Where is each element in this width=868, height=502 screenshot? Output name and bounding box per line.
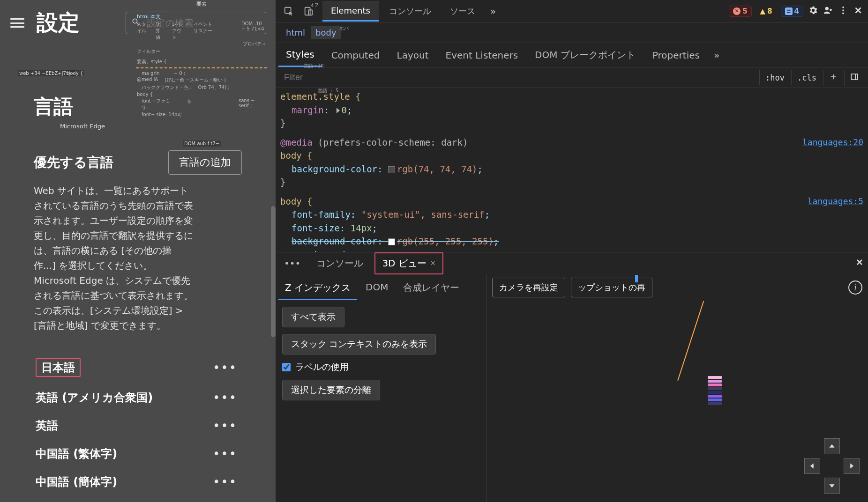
snapshot-button[interactable]: ップショットの再 (571, 278, 652, 297)
info-icon[interactable]: i (848, 281, 862, 295)
pan-right-button[interactable] (844, 458, 860, 474)
isolate-button[interactable]: 選択した要素の分離 (282, 380, 380, 400)
cls-toggle[interactable]: .cls (791, 70, 822, 85)
tab-elements[interactable]: Elements (322, 1, 379, 22)
drawer-tab-3dview[interactable]: 3D ビュー ✕ (374, 252, 443, 274)
source-link[interactable]: languages:5 (808, 195, 863, 207)
tab-sources[interactable]: ソース (441, 1, 484, 22)
kebab-icon[interactable]: ••• (210, 361, 240, 375)
drawer-more-icon[interactable]: ••• (279, 258, 305, 269)
warning-badge[interactable]: ▲ 8 (756, 6, 776, 16)
subtab-layout[interactable]: Layout (389, 44, 436, 66)
drawer-controls: すべて表示 スタック コンテキストのみを表示 ラベルの使用 選択した要素の分離 (276, 300, 486, 400)
devtools-main-tabs: Elements コンソール ソース » (322, 1, 501, 22)
drawer-tabs: ••• コンソール 3D ビュー ✕ (276, 252, 868, 274)
gear-icon[interactable] (808, 5, 818, 17)
kebab-icon[interactable]: ••• (210, 391, 240, 405)
issues-badge[interactable]: ☰4 (781, 6, 803, 17)
drawer-subtab-zindex[interactable]: Z インデックス (278, 277, 357, 300)
drawer-body: Z インデックス DOM 合成レイヤー すべて表示 スタック コンテキストのみを… (276, 274, 868, 502)
devtools-right-tools: ✕5 ▲ 8 ☰4 (729, 5, 863, 17)
inspect-icon[interactable] (280, 3, 297, 20)
device-toggle-icon[interactable]: オフ (300, 3, 317, 20)
rule-body[interactable]: languages:5 body { font-family: "system-… (280, 195, 863, 252)
drawer-right: カメラを再設定 ップショットの再 i (486, 274, 868, 502)
stack-context-button[interactable]: スタック コンテキストのみを表示 (282, 334, 436, 354)
drawer-close-icon[interactable] (855, 258, 864, 269)
settings-search-wrap (126, 12, 266, 34)
new-rule-icon[interactable] (823, 70, 843, 86)
subtab-properties[interactable]: Properties (645, 44, 707, 66)
rule-element-style[interactable]: element.style { margin: 0; } (280, 90, 863, 130)
subtabs-overflow-icon[interactable]: » (709, 50, 724, 61)
account-icon[interactable] (823, 5, 833, 17)
subtab-computed[interactable]: Computed (324, 44, 388, 66)
svg-point-6 (842, 9, 844, 11)
crumb-html[interactable]: html (281, 26, 310, 39)
use-labels-checkbox[interactable] (282, 363, 291, 371)
search-icon (131, 17, 141, 29)
language-label: 英語 (アメリカ合衆国) (36, 390, 153, 405)
language-label: 中国語 (繁体字) (36, 446, 117, 461)
kebab-icon[interactable]: ••• (210, 475, 240, 489)
sidebar-toggle-icon[interactable] (844, 70, 864, 86)
svg-point-5 (842, 6, 844, 8)
kebab-icon[interactable]: ••• (210, 447, 240, 461)
language-label: 中国語 (簡体字) (36, 474, 117, 489)
drawer-tab-label: 3D ビュー (382, 257, 426, 270)
rule-media-body[interactable]: languages:20 @media (prefers-color-schem… (280, 136, 863, 189)
list-item[interactable]: 中国語 (繁体字) ••• (34, 440, 242, 468)
tab-console[interactable]: コンソール (381, 1, 440, 22)
tabs-overflow-icon[interactable]: » (486, 6, 501, 17)
svg-rect-1 (305, 7, 310, 15)
devtools-topbar: オフ Elements コンソール ソース » ✕5 ▲ 8 ☰4 (276, 0, 868, 22)
hov-toggle[interactable]: :hov (759, 70, 790, 85)
kebab-icon[interactable] (838, 5, 848, 17)
menu-icon[interactable] (9, 16, 25, 30)
styles-filter-input[interactable] (279, 70, 758, 85)
subtab-dombp[interactable]: DOM ブレークポイント (527, 43, 643, 67)
close-icon[interactable]: ✕ (430, 259, 436, 267)
drawer-subtab-dom[interactable]: DOM (359, 277, 395, 300)
label-row[interactable]: ラベルの使用 (282, 361, 479, 373)
language-list: 日本語 ••• 英語 (アメリカ合衆国) ••• 英語 ••• 中国語 (繁体字… (34, 352, 242, 496)
source-link[interactable]: languages:20 (802, 136, 863, 148)
app-root: 設定 要素 html 本文 スタイル計算値レイアウトイベントリスナーDOM -1… (0, 0, 868, 502)
add-language-button[interactable]: 言語の追加 (168, 150, 242, 175)
drawer-tab-console[interactable]: コンソール (310, 253, 370, 273)
crumb-note: ホバ (339, 25, 349, 32)
language-label: 英語 (36, 418, 58, 433)
nav-pad (804, 438, 860, 494)
checkbox-label: ラベルの使用 (295, 361, 349, 373)
list-item[interactable]: 中国語 (簡体字) ••• (34, 468, 242, 496)
settings-pane: 設定 要素 html 本文 スタイル計算値レイアウトイベントリスナーDOM -1… (0, 0, 276, 502)
pan-down-button[interactable] (824, 478, 840, 494)
language-sub: Microsoft Edge (60, 123, 242, 130)
styles-panel: 言語 : 5 element.style { margin: 0; } lang… (276, 88, 868, 252)
list-item[interactable]: 英語 (アメリカ合衆国) ••• (34, 384, 242, 412)
crumb-body[interactable]: body (311, 26, 341, 39)
kebab-icon[interactable]: ••• (210, 419, 240, 433)
pan-up-button[interactable] (824, 438, 840, 454)
error-badge[interactable]: ✕5 (729, 6, 751, 17)
close-icon[interactable] (853, 5, 863, 17)
drawer-right-toolbar: カメラを再設定 ップショットの再 i (486, 274, 868, 301)
camera-reset-button[interactable]: カメラを再設定 (492, 278, 565, 297)
viewport-3d[interactable] (486, 301, 868, 502)
prefer-heading: 優先する言語 (34, 154, 159, 171)
show-all-button[interactable]: すべて表示 (282, 307, 344, 327)
drawer-subtab-composite[interactable]: 合成レイヤー (397, 277, 466, 300)
list-item[interactable]: 英語 ••• (34, 412, 242, 440)
svg-point-4 (830, 8, 832, 11)
badge-off: オフ (310, 2, 319, 8)
styles-subtabs: Styles Computed Layout Event Listeners D… (276, 43, 868, 67)
filter-note: 言語 : 20 (304, 63, 323, 69)
styles-toolbar: 言語 : 20 :hov .cls (276, 67, 868, 88)
list-item[interactable]: 日本語 ••• (34, 352, 242, 384)
scrollbar[interactable] (271, 206, 276, 337)
settings-search-input[interactable] (126, 12, 266, 34)
pan-left-button[interactable] (804, 458, 820, 474)
svg-point-7 (842, 12, 844, 14)
subtab-listeners[interactable]: Event Listeners (438, 44, 526, 66)
elements-breadcrumb: html body ホバ (276, 22, 868, 43)
